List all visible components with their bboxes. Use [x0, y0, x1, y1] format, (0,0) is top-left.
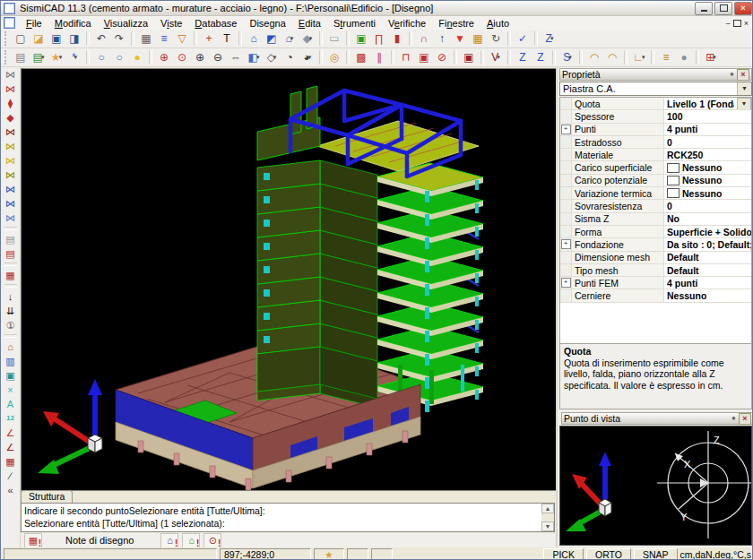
mdi-minimize-button[interactable]: – — [726, 19, 731, 28]
steel-z-1-button[interactable]: Z — [515, 50, 531, 65]
distributed-load-button[interactable]: ⇊ — [3, 304, 18, 318]
dropdown-arrow-icon[interactable]: ▾ — [568, 52, 572, 63]
property-row-cerniere[interactable]: CerniereNessuno — [560, 289, 751, 302]
grid-red-button[interactable]: ▦ — [3, 454, 18, 469]
levels-button[interactable]: ≡ — [156, 31, 172, 47]
property-row-punti-fem[interactable]: +Punti FEM4 punti — [560, 277, 751, 289]
restraint-red-1-button[interactable]: ⋈ — [3, 82, 18, 96]
dropdown-arrow-icon[interactable]: ▾ — [309, 33, 313, 44]
beam-section-button[interactable]: ▣ — [416, 50, 432, 65]
star-new-button[interactable]: ★▾ — [48, 50, 65, 65]
rock-button[interactable]: ● — [676, 50, 692, 65]
property-value[interactable]: 0 — [664, 200, 751, 211]
text-style-button[interactable]: T — [219, 31, 235, 47]
lamp-off-1-button[interactable]: ○ — [93, 50, 109, 65]
tab-struttura[interactable]: Struttura — [21, 490, 73, 503]
minimize-button[interactable] — [695, 2, 713, 15]
pan-button[interactable]: ⇔ — [228, 50, 244, 65]
bridge-button[interactable]: ∏ — [371, 31, 387, 47]
viewpoint-pin-icon[interactable]: ● — [729, 414, 739, 423]
dropdown-arrow-icon[interactable]: ▾ — [256, 52, 260, 63]
properties-close-icon[interactable]: × — [737, 69, 749, 81]
checkbox[interactable] — [667, 176, 679, 185]
check-entities-button[interactable]: ✓ — [515, 31, 531, 47]
property-value[interactable]: 0 — [664, 136, 751, 148]
restraint-olive-button[interactable]: ⋈ — [3, 168, 18, 182]
snap-settings-button[interactable]: *▾ — [66, 50, 82, 65]
weather-icon[interactable]: ★ — [314, 548, 344, 560]
exec-table-button[interactable]: ⊞▾ — [703, 50, 719, 65]
property-row-carico-superficiale[interactable]: Carico superficialeNessuno — [560, 161, 751, 174]
open-folder-button[interactable]: ◪ — [30, 31, 47, 47]
hinge-button[interactable]: ⊘ — [434, 50, 450, 65]
viewpoint-close-icon[interactable]: × — [739, 413, 751, 425]
zoom-previous-button[interactable]: ⊙ — [174, 50, 190, 65]
checkbox[interactable] — [667, 163, 679, 173]
frame-generate-button[interactable]: ⌂▾ — [281, 31, 298, 47]
zoom-window-button[interactable]: ⊕ — [156, 50, 172, 65]
zoom-out-button[interactable]: ⊖ — [210, 50, 226, 65]
expand-plus-icon[interactable]: + — [561, 278, 571, 288]
frame-one-button[interactable]: ① — [3, 318, 18, 332]
property-row-punti[interactable]: +Punti4 punti — [560, 124, 751, 136]
property-value[interactable]: No — [664, 213, 751, 225]
selector-dropdown-icon[interactable]: ▼ — [737, 82, 751, 95]
dropdown-arrow-icon[interactable]: ▾ — [74, 52, 78, 63]
plan-preview-button[interactable]: ▣ — [353, 31, 369, 47]
restraint-grey-button[interactable]: ⋈ — [3, 67, 18, 82]
dropdown-arrow-icon[interactable]: ▾ — [290, 33, 294, 44]
line-type-button[interactable]: Z▾ — [541, 31, 558, 47]
layer-stack-grey-button[interactable]: ▤ — [3, 232, 18, 246]
section-select-button[interactable]: ◩ — [264, 31, 280, 47]
menu-item-edita[interactable]: Edita — [292, 17, 327, 30]
property-value[interactable]: Nessuno — [664, 187, 751, 199]
blank-sheet-button[interactable]: ▭ — [326, 31, 342, 47]
zoom-in-button[interactable]: ⊕ — [192, 50, 208, 65]
property-row-variazione-termica[interactable]: Variazione termicaNessuno — [560, 187, 751, 200]
dropdown-arrow-icon[interactable]: ▾ — [550, 33, 554, 44]
property-row-sovraresistenza[interactable]: Sovraresistenza0 — [560, 200, 751, 212]
solid-view-button[interactable]: ◆▾ — [299, 31, 316, 47]
property-value[interactable]: Nessuno — [664, 289, 751, 301]
pin-icon[interactable]: ● — [727, 70, 737, 79]
notes-error-button[interactable]: ▦! — [24, 533, 42, 548]
property-row-sisma-z[interactable]: Sisma ZNo — [560, 213, 751, 226]
view-3d-box-button[interactable]: ◇▾ — [264, 50, 280, 65]
dropdown-arrow-icon[interactable]: ▾ — [41, 52, 45, 63]
moment-curve-button[interactable]: ∩ — [416, 31, 432, 47]
lamp-on-button[interactable]: ● — [129, 50, 145, 65]
redo-button[interactable]: ↷ — [111, 31, 127, 47]
property-row-fondazione[interactable]: +FondazioneDa sito : 0; Default; De — [560, 238, 751, 251]
steel-s-button[interactable]: S▾ — [559, 50, 576, 65]
property-value[interactable]: Da sito : 0; Default; De — [664, 238, 751, 250]
menu-item-viste[interactable]: Viste — [154, 17, 188, 30]
partition-button[interactable]: + — [201, 31, 217, 47]
image-view-button[interactable]: ▩ — [353, 50, 369, 65]
column-red-button[interactable]: ▮ — [389, 31, 405, 47]
expander-icon[interactable]: + — [560, 238, 572, 250]
layer-stack-red-button[interactable]: ▤ — [3, 246, 18, 261]
scale-x-button[interactable]: × — [3, 383, 18, 397]
property-row-materiale[interactable]: MaterialeRCK250 — [560, 149, 751, 161]
restraint-dark-red-button[interactable]: ⋈ — [3, 125, 18, 139]
menu-item-verifiche[interactable]: Verifiche — [382, 17, 432, 30]
notes-frame-blue-button[interactable]: ⌂! — [160, 533, 178, 548]
restraint-blue-1-button[interactable]: ⋈ — [3, 182, 18, 196]
checkbox[interactable] — [667, 188, 679, 198]
property-value[interactable]: Superficie + Solido — [664, 226, 751, 237]
restraint-blue-3-button[interactable]: ⋈ — [3, 211, 18, 225]
menu-item-modifica[interactable]: Modifica — [48, 17, 98, 30]
restraint-yellow-1-button[interactable]: ⋈ — [3, 139, 18, 153]
rotate-view-2-button[interactable]: ◕▾ — [299, 50, 316, 65]
dropdown-arrow-icon[interactable]: ▾ — [497, 52, 500, 63]
dropdown-arrow-icon[interactable]: ▾ — [59, 52, 63, 63]
mdi-restore-button[interactable] — [733, 20, 741, 27]
expand-plus-icon[interactable]: + — [561, 125, 571, 134]
frame-view-button[interactable]: ⌂ — [246, 31, 262, 47]
scroll-down-icon[interactable]: ▼ — [541, 521, 554, 531]
property-value[interactable]: 4 punti — [664, 124, 751, 135]
layers-new-button[interactable]: ▤▾ — [30, 50, 47, 65]
mdi-close-button[interactable]: × — [744, 19, 749, 28]
check-angle-2-button[interactable]: ∠ — [3, 440, 18, 454]
property-row-estradosso[interactable]: Estradosso0 — [560, 136, 751, 149]
